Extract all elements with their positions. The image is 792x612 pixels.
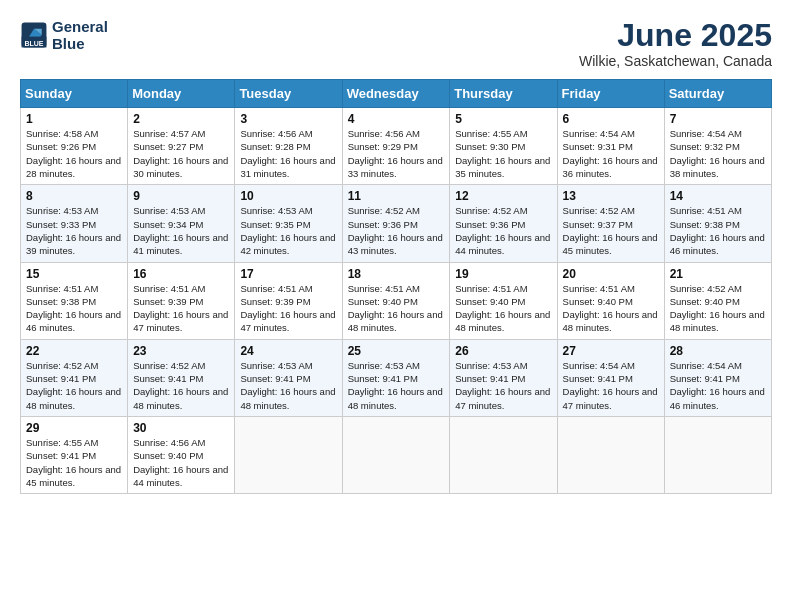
logo-text: General Blue xyxy=(52,18,108,53)
calendar-cell: 2 Sunrise: 4:57 AMSunset: 9:27 PMDayligh… xyxy=(128,108,235,185)
calendar-week-1: 1 Sunrise: 4:58 AMSunset: 9:26 PMDayligh… xyxy=(21,108,772,185)
day-number: 3 xyxy=(240,112,336,126)
calendar-header-sunday: Sunday xyxy=(21,80,128,108)
calendar-cell xyxy=(235,416,342,493)
day-info: Sunrise: 4:53 AMSunset: 9:41 PMDaylight:… xyxy=(348,360,443,411)
calendar-header-wednesday: Wednesday xyxy=(342,80,450,108)
calendar-cell: 1 Sunrise: 4:58 AMSunset: 9:26 PMDayligh… xyxy=(21,108,128,185)
day-info: Sunrise: 4:54 AMSunset: 9:41 PMDaylight:… xyxy=(670,360,765,411)
day-number: 30 xyxy=(133,421,229,435)
day-number: 23 xyxy=(133,344,229,358)
day-info: Sunrise: 4:52 AMSunset: 9:40 PMDaylight:… xyxy=(670,283,765,334)
day-number: 6 xyxy=(563,112,659,126)
calendar-table: SundayMondayTuesdayWednesdayThursdayFrid… xyxy=(20,79,772,494)
calendar-cell: 13 Sunrise: 4:52 AMSunset: 9:37 PMDaylig… xyxy=(557,185,664,262)
calendar-cell: 15 Sunrise: 4:51 AMSunset: 9:38 PMDaylig… xyxy=(21,262,128,339)
calendar-cell: 8 Sunrise: 4:53 AMSunset: 9:33 PMDayligh… xyxy=(21,185,128,262)
calendar-cell xyxy=(342,416,450,493)
day-info: Sunrise: 4:55 AMSunset: 9:30 PMDaylight:… xyxy=(455,128,550,179)
calendar-week-4: 22 Sunrise: 4:52 AMSunset: 9:41 PMDaylig… xyxy=(21,339,772,416)
day-info: Sunrise: 4:56 AMSunset: 9:29 PMDaylight:… xyxy=(348,128,443,179)
calendar-cell: 5 Sunrise: 4:55 AMSunset: 9:30 PMDayligh… xyxy=(450,108,557,185)
day-number: 24 xyxy=(240,344,336,358)
day-number: 7 xyxy=(670,112,766,126)
day-number: 27 xyxy=(563,344,659,358)
calendar-week-2: 8 Sunrise: 4:53 AMSunset: 9:33 PMDayligh… xyxy=(21,185,772,262)
calendar-header-monday: Monday xyxy=(128,80,235,108)
day-info: Sunrise: 4:51 AMSunset: 9:39 PMDaylight:… xyxy=(133,283,228,334)
day-info: Sunrise: 4:53 AMSunset: 9:35 PMDaylight:… xyxy=(240,205,335,256)
day-number: 1 xyxy=(26,112,122,126)
day-info: Sunrise: 4:53 AMSunset: 9:41 PMDaylight:… xyxy=(240,360,335,411)
day-info: Sunrise: 4:53 AMSunset: 9:34 PMDaylight:… xyxy=(133,205,228,256)
logo-line2: Blue xyxy=(52,35,108,52)
calendar-header-saturday: Saturday xyxy=(664,80,771,108)
day-number: 25 xyxy=(348,344,445,358)
day-info: Sunrise: 4:52 AMSunset: 9:41 PMDaylight:… xyxy=(133,360,228,411)
calendar-header-row: SundayMondayTuesdayWednesdayThursdayFrid… xyxy=(21,80,772,108)
logo-icon: BLUE xyxy=(20,21,48,49)
calendar-cell: 29 Sunrise: 4:55 AMSunset: 9:41 PMDaylig… xyxy=(21,416,128,493)
day-info: Sunrise: 4:51 AMSunset: 9:38 PMDaylight:… xyxy=(670,205,765,256)
calendar-week-3: 15 Sunrise: 4:51 AMSunset: 9:38 PMDaylig… xyxy=(21,262,772,339)
day-number: 4 xyxy=(348,112,445,126)
calendar-cell: 20 Sunrise: 4:51 AMSunset: 9:40 PMDaylig… xyxy=(557,262,664,339)
calendar-cell: 4 Sunrise: 4:56 AMSunset: 9:29 PMDayligh… xyxy=(342,108,450,185)
day-number: 11 xyxy=(348,189,445,203)
calendar-header-friday: Friday xyxy=(557,80,664,108)
day-number: 29 xyxy=(26,421,122,435)
calendar-cell: 25 Sunrise: 4:53 AMSunset: 9:41 PMDaylig… xyxy=(342,339,450,416)
day-info: Sunrise: 4:51 AMSunset: 9:38 PMDaylight:… xyxy=(26,283,121,334)
calendar-cell: 9 Sunrise: 4:53 AMSunset: 9:34 PMDayligh… xyxy=(128,185,235,262)
day-number: 14 xyxy=(670,189,766,203)
day-info: Sunrise: 4:51 AMSunset: 9:39 PMDaylight:… xyxy=(240,283,335,334)
day-number: 17 xyxy=(240,267,336,281)
day-number: 19 xyxy=(455,267,551,281)
day-info: Sunrise: 4:51 AMSunset: 9:40 PMDaylight:… xyxy=(563,283,658,334)
day-number: 21 xyxy=(670,267,766,281)
day-info: Sunrise: 4:53 AMSunset: 9:41 PMDaylight:… xyxy=(455,360,550,411)
calendar-cell: 14 Sunrise: 4:51 AMSunset: 9:38 PMDaylig… xyxy=(664,185,771,262)
calendar-cell: 3 Sunrise: 4:56 AMSunset: 9:28 PMDayligh… xyxy=(235,108,342,185)
logo-line1: General xyxy=(52,18,108,35)
day-info: Sunrise: 4:56 AMSunset: 9:40 PMDaylight:… xyxy=(133,437,228,488)
day-number: 2 xyxy=(133,112,229,126)
day-info: Sunrise: 4:52 AMSunset: 9:36 PMDaylight:… xyxy=(455,205,550,256)
calendar-cell xyxy=(664,416,771,493)
day-number: 22 xyxy=(26,344,122,358)
calendar-week-5: 29 Sunrise: 4:55 AMSunset: 9:41 PMDaylig… xyxy=(21,416,772,493)
calendar-cell: 7 Sunrise: 4:54 AMSunset: 9:32 PMDayligh… xyxy=(664,108,771,185)
subtitle: Wilkie, Saskatchewan, Canada xyxy=(579,53,772,69)
day-number: 16 xyxy=(133,267,229,281)
day-info: Sunrise: 4:56 AMSunset: 9:28 PMDaylight:… xyxy=(240,128,335,179)
day-info: Sunrise: 4:58 AMSunset: 9:26 PMDaylight:… xyxy=(26,128,121,179)
day-number: 12 xyxy=(455,189,551,203)
day-info: Sunrise: 4:54 AMSunset: 9:41 PMDaylight:… xyxy=(563,360,658,411)
calendar-header-tuesday: Tuesday xyxy=(235,80,342,108)
calendar-cell: 26 Sunrise: 4:53 AMSunset: 9:41 PMDaylig… xyxy=(450,339,557,416)
calendar-cell: 11 Sunrise: 4:52 AMSunset: 9:36 PMDaylig… xyxy=(342,185,450,262)
day-number: 28 xyxy=(670,344,766,358)
day-info: Sunrise: 4:51 AMSunset: 9:40 PMDaylight:… xyxy=(348,283,443,334)
calendar-cell xyxy=(450,416,557,493)
day-number: 20 xyxy=(563,267,659,281)
calendar-cell: 23 Sunrise: 4:52 AMSunset: 9:41 PMDaylig… xyxy=(128,339,235,416)
day-number: 26 xyxy=(455,344,551,358)
calendar-cell: 21 Sunrise: 4:52 AMSunset: 9:40 PMDaylig… xyxy=(664,262,771,339)
calendar-cell: 27 Sunrise: 4:54 AMSunset: 9:41 PMDaylig… xyxy=(557,339,664,416)
day-info: Sunrise: 4:52 AMSunset: 9:37 PMDaylight:… xyxy=(563,205,658,256)
page: BLUE General Blue June 2025 Wilkie, Sask… xyxy=(0,0,792,612)
day-number: 15 xyxy=(26,267,122,281)
calendar-cell: 22 Sunrise: 4:52 AMSunset: 9:41 PMDaylig… xyxy=(21,339,128,416)
day-number: 10 xyxy=(240,189,336,203)
title-area: June 2025 Wilkie, Saskatchewan, Canada xyxy=(579,18,772,69)
header: BLUE General Blue June 2025 Wilkie, Sask… xyxy=(20,18,772,69)
day-info: Sunrise: 4:51 AMSunset: 9:40 PMDaylight:… xyxy=(455,283,550,334)
calendar-cell: 24 Sunrise: 4:53 AMSunset: 9:41 PMDaylig… xyxy=(235,339,342,416)
day-info: Sunrise: 4:52 AMSunset: 9:36 PMDaylight:… xyxy=(348,205,443,256)
day-info: Sunrise: 4:57 AMSunset: 9:27 PMDaylight:… xyxy=(133,128,228,179)
calendar-cell: 17 Sunrise: 4:51 AMSunset: 9:39 PMDaylig… xyxy=(235,262,342,339)
calendar-cell: 28 Sunrise: 4:54 AMSunset: 9:41 PMDaylig… xyxy=(664,339,771,416)
calendar-cell: 19 Sunrise: 4:51 AMSunset: 9:40 PMDaylig… xyxy=(450,262,557,339)
calendar-cell xyxy=(557,416,664,493)
